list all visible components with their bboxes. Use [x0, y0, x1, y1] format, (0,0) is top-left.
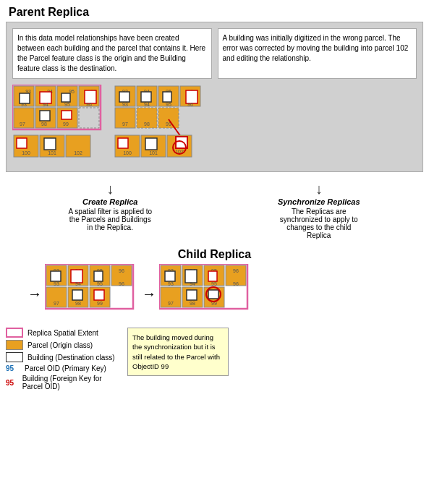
- svg-text:96: 96: [119, 281, 124, 286]
- svg-text:94: 94: [144, 102, 150, 107]
- parent-left-parcels: 93 94 95 96 97 98: [12, 85, 106, 166]
- legend-pink-box: [6, 328, 23, 338]
- legend-parcel-oid-label: Parcel OID (Primary Key): [25, 364, 106, 372]
- svg-text:101: 101: [149, 150, 158, 155]
- left-parcel-svg: 93 94 95 96 97 98: [12, 85, 106, 164]
- svg-rect-113: [208, 290, 218, 299]
- svg-text:99: 99: [63, 121, 69, 127]
- svg-text:96: 96: [187, 102, 193, 107]
- svg-text:94: 94: [43, 102, 48, 107]
- child-left-parcels: 93 94 95 96 93 94 95 96 97 98: [45, 264, 139, 323]
- svg-text:96: 96: [233, 268, 239, 273]
- svg-text:96: 96: [119, 268, 124, 273]
- svg-rect-30: [44, 138, 56, 150]
- right-parcel-svg: 93 94 95 96 93 94 95 96: [114, 85, 222, 164]
- svg-text:101: 101: [48, 150, 56, 155]
- arrow-section: ↓ Create Replica A spatial filter is app…: [6, 172, 423, 245]
- svg-text:99: 99: [97, 301, 103, 306]
- svg-text:97: 97: [122, 121, 128, 127]
- child-left-svg: 93 94 95 96 93 94 95 96 97 98: [45, 264, 139, 322]
- svg-rect-8: [61, 93, 70, 102]
- info-box-left: In this data model relationships have be…: [12, 28, 212, 79]
- svg-rect-27: [17, 138, 27, 148]
- legend-building-fk: 95 Building (Foreign Key for Parcel OID): [6, 375, 122, 390]
- bottom-section: Replica Spatial Extent Parcel (Origin cl…: [6, 328, 423, 393]
- svg-text:97: 97: [20, 121, 25, 127]
- sync-replicas-label: Synchronize Replicas: [278, 197, 360, 206]
- svg-text:97: 97: [168, 301, 174, 306]
- legend-replica-spatial: Replica Spatial Extent: [6, 328, 122, 338]
- svg-rect-93: [165, 271, 175, 281]
- svg-text:94: 94: [75, 281, 81, 286]
- svg-text:93: 93: [21, 102, 27, 107]
- svg-rect-39: [141, 92, 151, 102]
- parent-top-row: In this data model relationships have be…: [12, 28, 417, 79]
- svg-rect-19: [61, 111, 72, 119]
- child-replica-row: → 93 94 95 96 93 94 95 96 97: [6, 264, 423, 323]
- svg-text:102: 102: [74, 150, 82, 155]
- sync-replicas-desc: The Replicas are synchronized to apply t…: [276, 208, 362, 239]
- legend-building-dest: Building (Destination class): [6, 352, 122, 362]
- svg-text:98: 98: [144, 121, 150, 127]
- info-box-right: A building was initially digitized in th…: [218, 28, 417, 79]
- svg-rect-75: [94, 271, 103, 281]
- svg-text:94: 94: [190, 281, 195, 286]
- svg-text:96: 96: [233, 281, 239, 286]
- svg-text:98: 98: [75, 301, 81, 306]
- child-replica-title: Child Replica: [6, 248, 423, 261]
- down-arrow-right: ↓: [315, 181, 323, 197]
- legend-col: Replica Spatial Extent Parcel (Origin cl…: [6, 328, 122, 393]
- svg-rect-99: [208, 271, 217, 281]
- svg-rect-69: [51, 271, 61, 281]
- svg-rect-86: [72, 290, 82, 300]
- svg-text:100: 100: [123, 150, 132, 155]
- svg-text:98: 98: [190, 301, 195, 306]
- legend-parcel-label: Parcel (Origin class): [27, 341, 93, 349]
- svg-rect-62: [145, 138, 157, 150]
- parcel-grids-row: 93 94 95 96 97 98: [12, 85, 417, 166]
- child-right-parcels: 93 94 95 96 93 94 95 96 97 98: [159, 264, 260, 323]
- create-replica-box: ↓ Create Replica A spatial filter is app…: [6, 178, 215, 231]
- svg-text:96: 96: [86, 102, 92, 107]
- svg-text:97: 97: [54, 301, 59, 306]
- svg-rect-36: [119, 92, 129, 102]
- legend-building-fk-label: Building (Foreign Key for Parcel OID): [22, 375, 122, 390]
- child-right-svg: 93 94 95 96 93 94 95 96 97 98: [159, 264, 260, 322]
- create-replica-desc: A spatial filter is applied to the Parce…: [67, 208, 153, 231]
- legend-red-num: 95: [6, 379, 18, 387]
- svg-rect-89: [94, 290, 104, 300]
- down-arrow-left: ↓: [106, 181, 114, 197]
- legend-replica-label: Replica Spatial Extent: [27, 329, 98, 337]
- svg-text:100: 100: [22, 150, 30, 155]
- child-visual-col: The building moved during the synchroniz…: [127, 328, 423, 393]
- legend-parcel-oid: 95 Parcel OID (Primary Key): [6, 364, 122, 372]
- legend-building-label: Building (Destination class): [27, 354, 115, 362]
- legend-parcel-origin: Parcel (Origin class): [6, 340, 122, 350]
- svg-rect-59: [118, 138, 128, 148]
- svg-text:93: 93: [54, 281, 59, 286]
- parent-right-parcels: 93 94 95 96 93 94 95 96: [114, 85, 222, 166]
- svg-text:93: 93: [168, 281, 174, 286]
- svg-rect-16: [40, 111, 50, 121]
- sync-replicas-box: ↓ Synchronize Replicas The Replicas are …: [215, 178, 424, 239]
- svg-rect-42: [163, 92, 171, 102]
- create-replica-label: Create Replica: [82, 197, 137, 206]
- svg-text:95: 95: [64, 102, 70, 107]
- svg-rect-20: [79, 108, 99, 128]
- legend-blue-num: 95: [6, 364, 20, 372]
- child-right-arrow: →: [142, 286, 156, 302]
- svg-text:93: 93: [122, 102, 128, 107]
- svg-text:95: 95: [166, 102, 171, 107]
- legend-orange-box: [6, 340, 23, 350]
- svg-text:95: 95: [97, 281, 103, 286]
- legend-white-box: [6, 352, 23, 362]
- sync-callout: The building moved during the synchroniz…: [127, 328, 229, 376]
- svg-rect-110: [187, 290, 197, 300]
- child-arrow-down: →: [27, 286, 42, 302]
- svg-text:98: 98: [41, 121, 47, 127]
- svg-text:95: 95: [211, 281, 217, 286]
- parent-replica-title: Parent Replica: [9, 6, 423, 19]
- parent-replica-box: In this data model relationships have be…: [6, 22, 423, 172]
